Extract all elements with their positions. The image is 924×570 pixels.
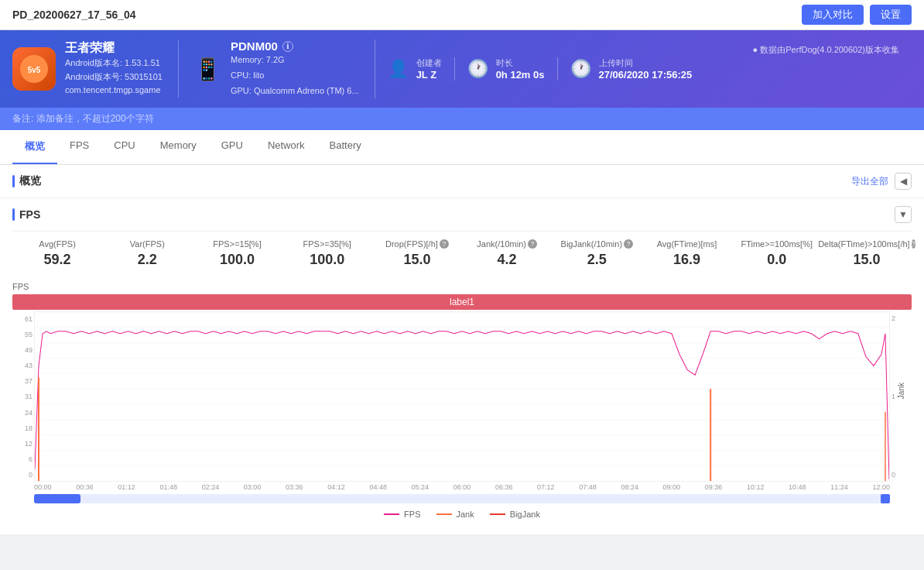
clock-icon: 🕐 bbox=[467, 59, 488, 79]
stat-label-jank: Jank(/10min) ? bbox=[462, 239, 552, 249]
settings-button[interactable]: 设置 bbox=[870, 5, 912, 25]
legend-jank-label: Jank bbox=[457, 510, 474, 519]
perf-info-inner: 📱 PDNM00 ℹ Memory: 7.2G CPU: lito GPU: Q… bbox=[194, 39, 359, 98]
fps-border-indicator bbox=[12, 208, 15, 221]
x-label-0336: 03:36 bbox=[286, 483, 303, 491]
stat-avg-fps: Avg(FPS) 59.2 bbox=[12, 239, 102, 268]
x-label-0300: 03:00 bbox=[244, 483, 262, 491]
creator-label: 创建者 bbox=[416, 57, 442, 69]
overview-section: 概览 导出全部 ◀ bbox=[0, 165, 924, 198]
compare-button[interactable]: 加入对比 bbox=[802, 5, 864, 25]
overview-section-header: 概览 导出全部 ◀ bbox=[0, 165, 924, 198]
stat-ftime-100: FTime>=100ms[%] 0.0 bbox=[732, 239, 822, 268]
upload-details: 上传时间 27/06/2020 17:56:25 bbox=[599, 57, 693, 81]
legend-bigjank-line bbox=[490, 513, 505, 515]
y-jank-0: 0 bbox=[891, 471, 910, 479]
stat-drop-fps: Drop(FPS)[/h] ? 15.0 bbox=[372, 239, 462, 268]
stat-var-fps: Var(FPS) 2.2 bbox=[102, 239, 192, 268]
x-label-0748: 07:48 bbox=[579, 483, 597, 491]
stat-avg-ftime: Avg(FTime)[ms] 16.9 bbox=[642, 239, 731, 268]
x-label-0448: 04:48 bbox=[369, 483, 387, 491]
overview-actions: 导出全部 ◀ bbox=[851, 173, 912, 190]
person-icon: 👤 bbox=[388, 59, 409, 79]
duration-info: 🕐 时长 0h 12m 0s bbox=[455, 57, 558, 81]
export-button[interactable]: 导出全部 bbox=[851, 175, 888, 188]
chart-scrollbar[interactable] bbox=[34, 494, 890, 503]
y-axis-fps: 0 6 12 18 24 31 37 43 49 55 61 bbox=[12, 311, 34, 482]
gpu-spec: GPU: Qualcomm Adreno (TM) 6... bbox=[231, 84, 359, 99]
tab-overview[interactable]: 概览 bbox=[12, 130, 57, 164]
legend-fps: FPS bbox=[384, 510, 420, 519]
game-logo-icon: 5v5 bbox=[19, 53, 50, 84]
stat-fps-15: FPS>=15[%] 100.0 bbox=[192, 239, 282, 268]
stat-value-delta-ftime: 15.0 bbox=[822, 252, 912, 268]
creator-value: JL Z bbox=[416, 69, 442, 81]
fps-chart-area: FPS label1 0 6 12 18 24 31 37 43 49 55 6… bbox=[12, 282, 912, 522]
fps-collapse-button[interactable]: ▼ bbox=[895, 206, 912, 223]
fps-chart-svg bbox=[35, 312, 889, 481]
note-bar: 备注: 添加备注，不超过200个字符 bbox=[0, 108, 924, 130]
stat-value-fps-35: 100.0 bbox=[282, 252, 372, 268]
stat-value-ftime-100: 0.0 bbox=[732, 252, 822, 268]
perf-info: 📱 PDNM00 ℹ Memory: 7.2G CPU: lito GPU: Q… bbox=[179, 39, 375, 98]
label1-bar: label1 bbox=[12, 294, 912, 310]
duration-label: 时长 bbox=[496, 57, 545, 69]
fps-title: FPS bbox=[12, 208, 40, 221]
tab-network[interactable]: Network bbox=[255, 130, 317, 164]
x-label-0524: 05:24 bbox=[412, 483, 429, 491]
stat-value-drop-fps: 15.0 bbox=[372, 252, 462, 268]
scrollbar-thumb[interactable] bbox=[34, 494, 80, 503]
creator-details: 创建者 JL Z bbox=[416, 57, 442, 81]
y-label-18: 18 bbox=[14, 424, 33, 432]
stat-bigjank: BigJank(/10min) ? 2.5 bbox=[552, 239, 642, 268]
device-model: PDNM00 bbox=[231, 39, 278, 53]
device-info: 5v5 王者荣耀 Android版本名: 1.53.1.51 Android版本… bbox=[12, 40, 179, 98]
upload-label: 上传时间 bbox=[599, 57, 693, 69]
y-label-31: 31 bbox=[14, 393, 33, 400]
stat-label-ftime-100: FTime>=100ms[%] bbox=[732, 239, 822, 249]
stat-fps-35: FPS>=35[%] 100.0 bbox=[282, 239, 372, 268]
svg-text:5v5: 5v5 bbox=[28, 66, 41, 74]
chart-legend: FPS Jank BigJank bbox=[12, 506, 912, 522]
x-label-1200: 12:00 bbox=[872, 483, 890, 491]
info-icon: ℹ bbox=[282, 41, 293, 52]
section-border-indicator bbox=[12, 175, 15, 187]
jank-vertical-label: Jank bbox=[897, 383, 905, 399]
duration-value: 0h 12m 0s bbox=[496, 69, 545, 81]
collapse-button[interactable]: ◀ bbox=[895, 173, 912, 190]
y-label-55: 55 bbox=[14, 331, 33, 338]
x-label-1048: 10:48 bbox=[789, 483, 806, 491]
tab-fps[interactable]: FPS bbox=[57, 130, 101, 164]
stat-label-delta-ftime: Delta(FTime)>100ms[/h] ? bbox=[822, 239, 912, 249]
x-axis: 00:00 00:36 01:12 01:48 02:24 03:00 03:3… bbox=[12, 482, 912, 491]
upload-info: 🕐 上传时间 27/06/2020 17:56:25 bbox=[558, 57, 705, 81]
stat-label-fps-15: FPS>=15[%] bbox=[192, 239, 282, 249]
stat-label-bigjank: BigJank(/10min) ? bbox=[552, 239, 642, 249]
bigjank-help-icon[interactable]: ? bbox=[624, 239, 633, 249]
android-version-code: Android版本号: 53015101 bbox=[65, 70, 163, 84]
fps-section: FPS ▼ Avg(FPS) 59.2 Var(FPS) 2.2 FPS>=15… bbox=[0, 198, 924, 534]
scrollbar-right-handle[interactable] bbox=[881, 494, 890, 503]
tab-cpu[interactable]: CPU bbox=[101, 130, 147, 164]
game-name: 王者荣耀 bbox=[65, 40, 163, 57]
stat-value-bigjank: 2.5 bbox=[552, 252, 642, 268]
phone-icon: 📱 bbox=[194, 57, 221, 82]
android-version-name: Android版本名: 1.53.1.51 bbox=[65, 57, 163, 70]
jank-help-icon[interactable]: ? bbox=[528, 239, 537, 249]
drop-fps-help-icon[interactable]: ? bbox=[440, 239, 449, 249]
x-label-0636: 06:36 bbox=[495, 483, 513, 491]
legend-bigjank: BigJank bbox=[490, 510, 540, 519]
y-label-24: 24 bbox=[14, 409, 33, 417]
legend-fps-label: FPS bbox=[404, 510, 420, 519]
tab-battery[interactable]: Battery bbox=[317, 130, 374, 164]
tab-memory[interactable]: Memory bbox=[148, 130, 209, 164]
x-label-1012: 10:12 bbox=[747, 483, 765, 491]
chart-body: 0 6 12 18 24 31 37 43 49 55 61 bbox=[12, 311, 912, 482]
nav-tabs: 概览 FPS CPU Memory GPU Network Battery bbox=[0, 130, 924, 165]
y-label-43: 43 bbox=[14, 362, 33, 369]
upload-value: 27/06/2020 17:56:25 bbox=[599, 69, 693, 81]
delta-help-icon[interactable]: ? bbox=[912, 239, 915, 249]
y-label-37: 37 bbox=[14, 377, 33, 385]
tab-gpu[interactable]: GPU bbox=[209, 130, 255, 164]
overview-title: 概览 bbox=[12, 174, 41, 188]
